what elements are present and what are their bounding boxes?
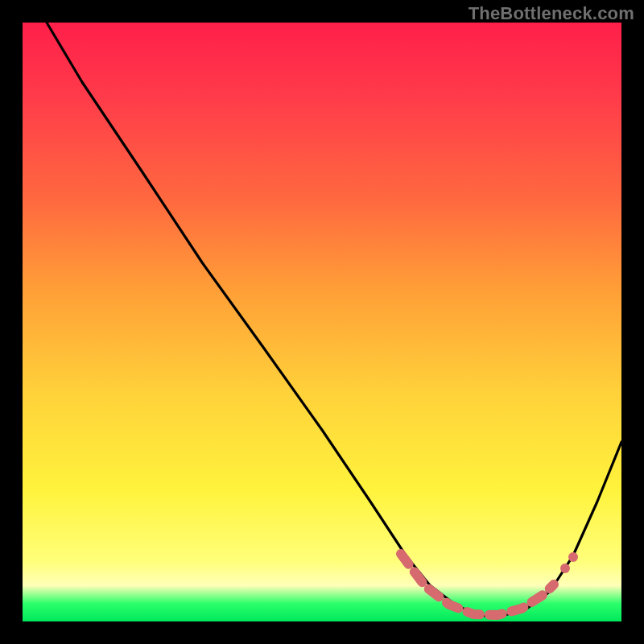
plot-container bbox=[23, 23, 621, 621]
curve-layer bbox=[23, 23, 621, 621]
optimal-range-highlight bbox=[401, 554, 554, 615]
watermark-text: TheBottleneck.com bbox=[469, 3, 634, 24]
highlight-dot bbox=[560, 564, 570, 573]
highlight-dot bbox=[568, 552, 578, 562]
chart-frame: TheBottleneck.com bbox=[0, 0, 644, 644]
bottleneck-curve bbox=[47, 23, 621, 616]
